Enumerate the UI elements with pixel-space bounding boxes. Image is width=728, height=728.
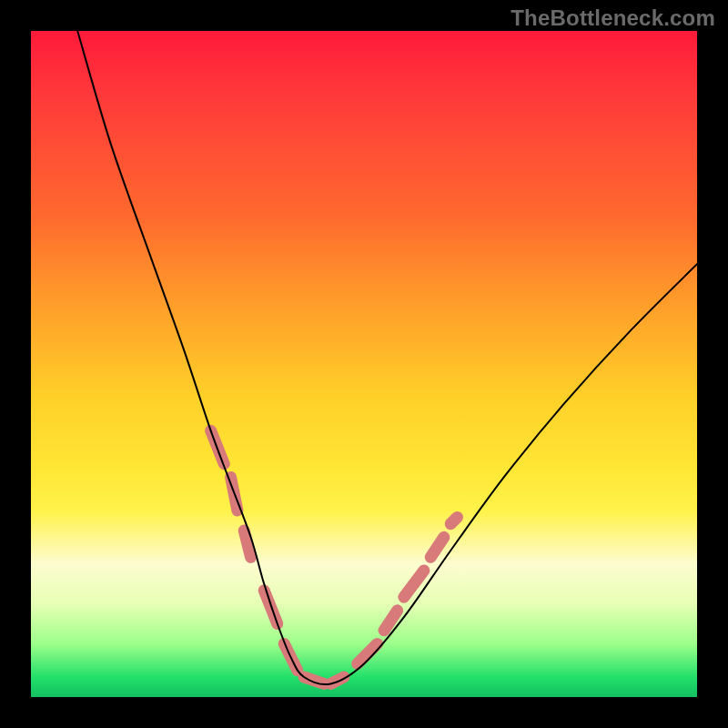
highlight-segment	[450, 517, 457, 523]
chart-svg	[31, 31, 697, 697]
plot-area	[31, 31, 697, 697]
watermark-text: TheBottleneck.com	[511, 5, 715, 31]
bottleneck-curve	[77, 31, 697, 684]
highlight-segment	[430, 537, 444, 557]
chart-frame: TheBottleneck.com	[0, 0, 728, 728]
highlight-markers	[211, 430, 458, 683]
